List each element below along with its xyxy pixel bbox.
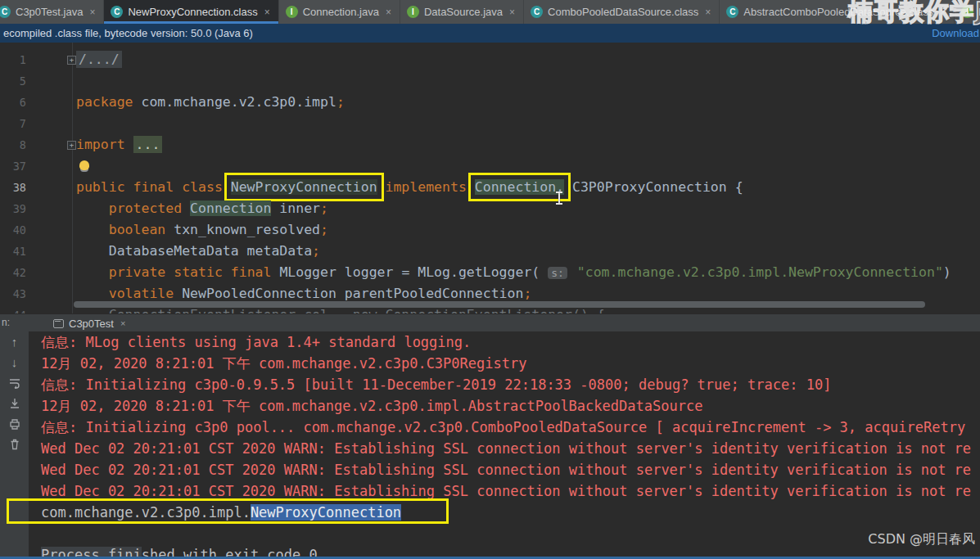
close-icon[interactable]: ×: [264, 7, 270, 18]
code-text: protected Connection inner;: [76, 198, 328, 219]
interface-icon: I: [286, 6, 298, 18]
tab-label: DataSource.java: [424, 6, 503, 18]
console-toolbar: ↑↓: [0, 331, 29, 559]
run-label: n:: [2, 317, 10, 328]
code-line-39: 39 protected Connection inner;: [0, 198, 980, 219]
text-cursor-icon: [555, 192, 563, 205]
console-line: Wed Dec 02 20:21:01 CST 2020 WARN: Estab…: [41, 438, 980, 459]
class-icon: C: [726, 6, 738, 18]
horizontal-scrollbar[interactable]: [74, 301, 925, 308]
intention-bulb-icon[interactable]: [79, 160, 89, 170]
close-icon[interactable]: ×: [509, 7, 515, 18]
tab-label: C3p0Test.java: [16, 6, 83, 18]
line-number: 38: [0, 177, 26, 198]
watermark-csdn: CSDN @明日春风: [868, 531, 975, 548]
tab-datasource-java[interactable]: IDataSource.java×: [400, 0, 524, 24]
tab-c3p0test-java[interactable]: CC3p0Test.java×: [0, 0, 104, 24]
code-line-41: 41 DatabaseMetaData metaData;: [0, 241, 980, 262]
fold-toggle-icon[interactable]: +: [67, 56, 76, 65]
code-line-40: 40 boolean txn_known_resolved;: [0, 219, 980, 241]
line-number: 40: [0, 219, 26, 241]
up-arrow-icon[interactable]: ↑: [8, 336, 21, 349]
code-text: private static final MLogger logger = ML…: [76, 262, 951, 284]
tab-combopooleddatasource-class[interactable]: CComboPooledDataSource.class×: [524, 0, 720, 24]
close-icon[interactable]: ×: [89, 7, 95, 18]
line-number: 39: [0, 198, 26, 219]
tab-newproxyconnection-class[interactable]: CNewProxyConnection.class×: [104, 0, 278, 24]
close-icon[interactable]: ×: [705, 7, 711, 18]
run-panel-header: n: C3p0Test ×: [0, 313, 980, 331]
line-number: 43: [0, 283, 26, 304]
code-text: public final class NewProxyConnection im…: [76, 177, 743, 198]
console-output[interactable]: 信息: MLog clients using java 1.4+ standar…: [29, 331, 980, 559]
printer-icon[interactable]: [8, 417, 21, 431]
editor-tab-bar: CC3p0Test.java×CNewProxyConnection.class…: [0, 0, 980, 24]
console-line: 12月 02, 2020 8:21:01 下午 com.mchange.v2.c…: [41, 353, 980, 374]
code-text: package com.mchange.v2.c3p0.impl;: [76, 92, 345, 113]
line-number: 1: [0, 49, 26, 70]
run-tab-label: C3p0Test: [69, 318, 114, 330]
code-line-8: 8+import ...: [0, 134, 980, 156]
line-number: 7: [0, 113, 26, 134]
class-icon: C: [531, 6, 543, 18]
code-line-5: 5: [0, 70, 980, 92]
class-icon: C: [111, 6, 123, 18]
line-number: 37: [0, 156, 26, 177]
console-line: 信息: Initializing c3p0 pool... com.mchang…: [41, 417, 980, 438]
scroll-to-end-icon[interactable]: [8, 397, 21, 410]
run-tab-c3p0test[interactable]: C3p0Test ×: [47, 314, 132, 332]
console-icon: [53, 319, 64, 328]
annotation-box-console: [7, 498, 449, 524]
console-line: Wed Dec 02 20:21:01 CST 2020 WARN: Estab…: [41, 459, 980, 480]
code-line-37: 37: [0, 156, 980, 177]
watermark-top: 楠哥教你学J: [848, 0, 980, 25]
console-line: [41, 523, 980, 544]
line-number: 41: [0, 241, 26, 262]
code-text: DatabaseMetaData metaData;: [76, 241, 320, 262]
fold-toggle-icon[interactable]: +: [67, 141, 76, 150]
code-line-7: 7: [0, 113, 980, 134]
trash-icon[interactable]: [8, 438, 21, 451]
close-icon[interactable]: ×: [120, 318, 125, 328]
tab-label: Connection.java: [303, 6, 379, 18]
class-icon: C: [0, 6, 11, 18]
line-number: 8: [0, 134, 26, 156]
tab-label: NewProxyConnection.class: [128, 6, 257, 18]
code-text: import ...: [76, 134, 162, 156]
annotation-box-token: Connection,: [475, 179, 564, 195]
close-icon[interactable]: ×: [386, 7, 391, 18]
code-text: boolean txn_known_resolved;: [76, 219, 328, 241]
decompile-banner: ecompiled .class file, bytecode version:…: [0, 24, 980, 43]
interface-icon: I: [407, 6, 419, 18]
decompile-banner-text: ecompiled .class file, bytecode version:…: [3, 27, 253, 39]
console-line: 信息: MLog clients using java 1.4+ standar…: [41, 331, 980, 353]
console-line: 12月 02, 2020 8:21:01 下午 com.mchange.v2.c…: [41, 395, 980, 417]
code-line-42: 42 private static final MLogger logger =…: [0, 262, 980, 283]
code-text: /.../: [76, 49, 122, 70]
line-number: 44: [0, 304, 26, 313]
line-number: 5: [0, 70, 26, 92]
line-number: 42: [0, 262, 26, 283]
ide-window: CC3p0Test.java×CNewProxyConnection.class…: [0, 0, 980, 559]
code-editor[interactable]: 1+/.../56package com.mchange.v2.c3p0.imp…: [0, 43, 980, 313]
tab-label: ComboPooledDataSource.class: [548, 6, 698, 18]
code-line-1: 1+/.../: [0, 49, 980, 70]
code-line-6: 6package com.mchange.v2.c3p0.impl;: [0, 92, 980, 113]
line-number: 6: [0, 92, 26, 113]
console-line: 信息: Initializing c3p0-0.9.5.5 [built 11-…: [41, 374, 980, 395]
down-arrow-icon[interactable]: ↓: [8, 356, 21, 369]
annotation-box-token: NewProxyConnection: [231, 179, 377, 195]
download-link[interactable]: Download: [932, 24, 980, 43]
soft-wrap-icon[interactable]: [8, 376, 21, 390]
tab-connection-java[interactable]: IConnection.java×: [279, 0, 400, 24]
code-line-38: 38public final class NewProxyConnection …: [0, 177, 980, 198]
